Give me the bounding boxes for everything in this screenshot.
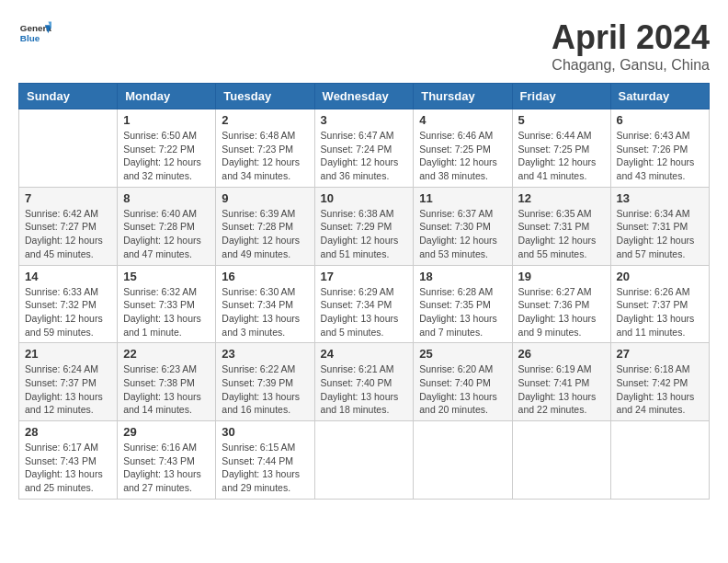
day-number: 13 [617,191,703,205]
day-info: Sunrise: 6:19 AM Sunset: 7:41 PM Dayligh… [518,362,605,417]
calendar-cell: 21Sunrise: 6:24 AM Sunset: 7:37 PM Dayli… [19,343,118,421]
calendar-cell: 1Sunrise: 6:50 AM Sunset: 7:22 PM Daylig… [118,109,216,188]
day-info: Sunrise: 6:28 AM Sunset: 7:35 PM Dayligh… [419,285,506,339]
day-number: 2 [222,113,308,127]
logo: General Blue [18,18,51,52]
day-info: Sunrise: 6:38 AM Sunset: 7:29 PM Dayligh… [321,207,408,261]
day-info: Sunrise: 6:43 AM Sunset: 7:26 PM Dayligh… [617,129,703,183]
day-info: Sunrise: 6:23 AM Sunset: 7:38 PM Dayligh… [123,362,210,417]
day-info: Sunrise: 6:17 AM Sunset: 7:43 PM Dayligh… [25,441,111,495]
day-info: Sunrise: 6:37 AM Sunset: 7:30 PM Dayligh… [419,207,506,261]
day-info: Sunrise: 6:27 AM Sunset: 7:36 PM Dayligh… [518,285,605,339]
day-info: Sunrise: 6:30 AM Sunset: 7:34 PM Dayligh… [222,285,308,339]
day-info: Sunrise: 6:40 AM Sunset: 7:28 PM Dayligh… [123,207,210,261]
month-title: April 2024 [552,18,710,57]
calendar-cell: 6Sunrise: 6:43 AM Sunset: 7:26 PM Daylig… [610,109,709,188]
day-number: 15 [123,270,210,283]
calendar-cell: 8Sunrise: 6:40 AM Sunset: 7:28 PM Daylig… [118,187,216,265]
day-info: Sunrise: 6:20 AM Sunset: 7:40 PM Dayligh… [419,362,506,417]
title-block: April 2024 Chagang, Gansu, China [552,18,710,74]
location: Chagang, Gansu, China [552,57,710,74]
day-number: 24 [321,347,408,361]
day-info: Sunrise: 6:39 AM Sunset: 7:28 PM Dayligh… [222,207,308,261]
weekday-header-monday: Monday [118,84,216,109]
day-number: 30 [222,425,308,439]
calendar-cell: 23Sunrise: 6:22 AM Sunset: 7:39 PM Dayli… [216,343,314,421]
calendar-cell: 20Sunrise: 6:26 AM Sunset: 7:37 PM Dayli… [610,265,709,343]
day-number: 26 [518,347,605,361]
calendar-cell: 4Sunrise: 6:46 AM Sunset: 7:25 PM Daylig… [414,109,512,188]
calendar-cell: 11Sunrise: 6:37 AM Sunset: 7:30 PM Dayli… [414,187,512,265]
calendar-cell: 27Sunrise: 6:18 AM Sunset: 7:42 PM Dayli… [610,343,709,421]
day-number: 3 [321,113,408,127]
day-info: Sunrise: 6:46 AM Sunset: 7:25 PM Dayligh… [419,129,506,183]
day-info: Sunrise: 6:16 AM Sunset: 7:43 PM Dayligh… [123,441,210,495]
day-number: 4 [419,113,506,127]
day-number: 11 [419,191,506,205]
calendar-cell: 12Sunrise: 6:35 AM Sunset: 7:31 PM Dayli… [512,187,610,265]
day-number: 28 [25,425,111,439]
day-number: 23 [222,347,308,361]
calendar-cell: 16Sunrise: 6:30 AM Sunset: 7:34 PM Dayli… [216,265,314,343]
day-info: Sunrise: 6:44 AM Sunset: 7:25 PM Dayligh… [518,129,605,183]
calendar-cell: 15Sunrise: 6:32 AM Sunset: 7:33 PM Dayli… [118,265,216,343]
day-info: Sunrise: 6:21 AM Sunset: 7:40 PM Dayligh… [321,362,408,417]
calendar-week-2: 7Sunrise: 6:42 AM Sunset: 7:27 PM Daylig… [19,187,710,265]
weekday-header-wednesday: Wednesday [314,84,414,109]
day-number: 21 [25,347,111,361]
calendar-cell: 3Sunrise: 6:47 AM Sunset: 7:24 PM Daylig… [314,109,414,188]
day-number: 7 [25,191,111,205]
calendar-cell: 17Sunrise: 6:29 AM Sunset: 7:34 PM Dayli… [314,265,414,343]
day-info: Sunrise: 6:35 AM Sunset: 7:31 PM Dayligh… [518,207,605,261]
calendar-week-5: 28Sunrise: 6:17 AM Sunset: 7:43 PM Dayli… [19,421,710,500]
calendar-cell [610,421,709,500]
calendar-cell: 18Sunrise: 6:28 AM Sunset: 7:35 PM Dayli… [414,265,512,343]
day-info: Sunrise: 6:15 AM Sunset: 7:44 PM Dayligh… [222,441,308,495]
day-number: 20 [617,270,703,283]
weekday-header-row: SundayMondayTuesdayWednesdayThursdayFrid… [19,84,710,109]
calendar-week-4: 21Sunrise: 6:24 AM Sunset: 7:37 PM Dayli… [19,343,710,421]
day-info: Sunrise: 6:32 AM Sunset: 7:33 PM Dayligh… [123,285,210,339]
day-info: Sunrise: 6:22 AM Sunset: 7:39 PM Dayligh… [222,362,308,417]
calendar-table: SundayMondayTuesdayWednesdayThursdayFrid… [18,83,710,500]
weekday-header-tuesday: Tuesday [216,84,314,109]
weekday-header-saturday: Saturday [610,84,709,109]
day-number: 17 [321,270,408,283]
calendar-cell: 24Sunrise: 6:21 AM Sunset: 7:40 PM Dayli… [314,343,414,421]
day-info: Sunrise: 6:42 AM Sunset: 7:27 PM Dayligh… [25,207,111,261]
logo-icon: General Blue [18,18,51,52]
calendar-cell: 19Sunrise: 6:27 AM Sunset: 7:36 PM Dayli… [512,265,610,343]
calendar-cell: 26Sunrise: 6:19 AM Sunset: 7:41 PM Dayli… [512,343,610,421]
calendar-cell: 7Sunrise: 6:42 AM Sunset: 7:27 PM Daylig… [19,187,118,265]
calendar-week-1: 1Sunrise: 6:50 AM Sunset: 7:22 PM Daylig… [19,109,710,188]
calendar-cell: 13Sunrise: 6:34 AM Sunset: 7:31 PM Dayli… [610,187,709,265]
day-number: 14 [25,270,111,283]
day-number: 18 [419,270,506,283]
calendar-cell: 28Sunrise: 6:17 AM Sunset: 7:43 PM Dayli… [19,421,118,500]
calendar-cell [314,421,414,500]
calendar-cell: 29Sunrise: 6:16 AM Sunset: 7:43 PM Dayli… [118,421,216,500]
day-number: 25 [419,347,506,361]
weekday-header-sunday: Sunday [19,84,118,109]
day-number: 10 [321,191,408,205]
day-number: 1 [123,113,210,127]
weekday-header-friday: Friday [512,84,610,109]
page-header: General Blue April 2024 Chagang, Gansu, … [18,18,710,74]
svg-text:Blue: Blue [20,33,40,43]
day-info: Sunrise: 6:18 AM Sunset: 7:42 PM Dayligh… [617,362,703,417]
day-number: 6 [617,113,703,127]
day-number: 5 [518,113,605,127]
day-info: Sunrise: 6:26 AM Sunset: 7:37 PM Dayligh… [617,285,703,339]
day-info: Sunrise: 6:33 AM Sunset: 7:32 PM Dayligh… [25,285,111,339]
calendar-cell: 25Sunrise: 6:20 AM Sunset: 7:40 PM Dayli… [414,343,512,421]
calendar-cell: 30Sunrise: 6:15 AM Sunset: 7:44 PM Dayli… [216,421,314,500]
day-number: 16 [222,270,308,283]
calendar-cell: 10Sunrise: 6:38 AM Sunset: 7:29 PM Dayli… [314,187,414,265]
day-info: Sunrise: 6:29 AM Sunset: 7:34 PM Dayligh… [321,285,408,339]
day-info: Sunrise: 6:50 AM Sunset: 7:22 PM Dayligh… [123,129,210,183]
calendar-cell [512,421,610,500]
day-number: 9 [222,191,308,205]
day-number: 27 [617,347,703,361]
calendar-cell: 22Sunrise: 6:23 AM Sunset: 7:38 PM Dayli… [118,343,216,421]
day-number: 19 [518,270,605,283]
